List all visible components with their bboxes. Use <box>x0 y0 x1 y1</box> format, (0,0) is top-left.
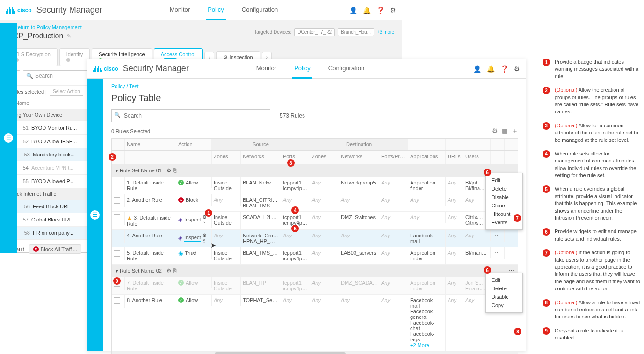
nav-policy[interactable]: Policy <box>206 0 226 20</box>
device-chip[interactable]: Branch_Hou... <box>338 28 374 36</box>
tab-identity[interactable]: Identity <box>59 48 90 66</box>
menu-item[interactable]: Edit <box>486 176 522 184</box>
callout-8: 8 <box>514 328 521 335</box>
nav-monitor[interactable]: Monitor <box>168 0 192 20</box>
user-icon[interactable]: 👤 <box>349 7 357 14</box>
breadcrumb[interactable]: Policy / Test <box>104 79 526 91</box>
table-row[interactable]: 2. Another Rule ✕ Block Any BLAN_CITRIXE… <box>112 194 518 212</box>
annotations: 1Provide a badge that indicates warning … <box>543 59 641 348</box>
annotation-text: (Optional) If the action is going to tak… <box>555 249 641 292</box>
table-row[interactable]: 1. Default inside Rule ✓ Allow InsideOut… <box>112 177 518 194</box>
callout-9: 9 <box>113 277 121 285</box>
nav-monitor[interactable]: Monitor <box>254 59 278 79</box>
checkbox[interactable] <box>114 180 120 186</box>
annotation-text: (Optional) Allow for a common attribute … <box>555 122 641 144</box>
header: cisco Security Manager Monitor Policy Co… <box>0 0 402 20</box>
callout-6: 6 <box>484 169 491 176</box>
help-icon[interactable]: ❓ <box>500 65 508 73</box>
header: cisco Security Manager Monitor Policy Co… <box>87 59 526 79</box>
th-action: Action <box>176 139 212 150</box>
checkbox[interactable] <box>114 250 120 257</box>
annotation-text: (Optional) Allow a rule to have a fixed … <box>555 299 641 321</box>
table-row[interactable]: 5. Default inside Rule ◉ Trust InsideOut… <box>112 247 518 265</box>
gear-icon[interactable]: ⚙ <box>390 7 396 14</box>
more-icon[interactable]: ⋯ <box>491 247 505 259</box>
selected-count: 0 Rules Selected <box>111 128 150 134</box>
th-destination: Destination <box>310 139 408 150</box>
annotation-text: (Optional) Allow the creation of groups … <box>555 87 641 116</box>
th-source: Source <box>212 139 310 150</box>
callout-3: 3 <box>287 159 295 167</box>
checkbox[interactable] <box>114 197 120 204</box>
select-action[interactable]: Select Action <box>50 88 83 96</box>
sidebar-tab-front: ☰ <box>87 79 103 351</box>
table-row[interactable]: 7. Default inside Rule ✓ Allow InsideOut… <box>112 277 518 295</box>
nav: Monitor Policy Configuration <box>168 0 280 20</box>
callout-2: 2 <box>109 153 116 161</box>
gear-icon[interactable]: ⚙ <box>514 65 520 73</box>
cisco-logo: cisco <box>6 7 32 14</box>
targeted-label: Targeted Devices: <box>254 30 291 35</box>
callout-4: 4 <box>291 206 299 214</box>
sidebar-tab-back: ☰ <box>0 23 17 253</box>
app-title: Security Manager <box>123 64 189 74</box>
hamburger-icon[interactable]: ☰ <box>4 133 13 143</box>
search-input[interactable] <box>111 109 270 122</box>
menu-item[interactable]: Copy <box>486 301 522 310</box>
front-panel: cisco Security Manager Monitor Policy Co… <box>87 59 526 351</box>
cursor-icon: ➤ <box>210 242 216 249</box>
app-title: Security Manager <box>36 5 102 15</box>
menu-item[interactable]: Delete <box>486 284 522 293</box>
checkbox[interactable] <box>114 297 120 304</box>
columns-icon[interactable]: ▥ <box>502 127 508 135</box>
nav-config[interactable]: Configuration <box>240 0 280 20</box>
help-icon[interactable]: ❓ <box>376 7 384 14</box>
ruleset-row[interactable]: ▾ Rule Set Name 01⚙ ⎘⋯ <box>112 164 518 177</box>
table-row[interactable]: ▲ 3. Default inside Rule ◈ Inspect ⚙ ⎘ I… <box>112 212 518 230</box>
annotation-text: Provide widgets to edit and manage rule … <box>555 228 641 243</box>
more-icon[interactable]: ⋯ <box>491 230 505 242</box>
checkbox[interactable] <box>114 214 120 221</box>
bell-icon[interactable]: 🔔 <box>363 7 371 14</box>
checkbox[interactable] <box>114 233 120 239</box>
menu-item[interactable]: Disable <box>486 293 522 301</box>
gear-icon[interactable]: ⚙ <box>492 127 498 135</box>
menu-item[interactable]: Clone <box>486 201 522 210</box>
annotation-text: When rule sets allow for management of c… <box>555 150 641 179</box>
add-icon[interactable]: ＋ <box>512 127 518 135</box>
menu-item[interactable]: Disable <box>486 193 522 201</box>
table-row[interactable]: 8. Another Rule ✓ Allow Any TOPHAT_Serve… <box>112 295 518 351</box>
rules-count: 573 Rules <box>280 112 305 119</box>
menu-item[interactable]: Edit <box>486 276 522 284</box>
annotation-text: When a rule overrides a global attribute… <box>555 185 641 221</box>
subheader: ↶ Return to Policy Management ACP_Produc… <box>0 20 402 44</box>
device-chip[interactable]: DCenter_F7_R2 <box>294 28 335 36</box>
callout-5: 5 <box>291 225 299 232</box>
table-row[interactable]: 4. Another Rule ◈ Inspect ⚙ ⎘ Any Networ… <box>112 230 518 247</box>
block-all-chip[interactable]: ✕Block All Traffi... <box>29 244 81 254</box>
edit-icon[interactable]: ✎ <box>67 33 71 39</box>
callout-1: 1 <box>205 209 212 217</box>
more-link[interactable]: +2 More <box>410 342 429 348</box>
nav-config[interactable]: Configuration <box>326 59 366 79</box>
row-menu: EditDeleteDisableCopy <box>485 273 523 313</box>
annotation-text: Grey-out a rule to indicate it is disabl… <box>555 327 641 342</box>
nav-policy[interactable]: Policy <box>292 59 312 79</box>
annotation-text: Provide a badge that indicates warning m… <box>555 59 641 80</box>
more-devices[interactable]: +3 more <box>377 30 394 35</box>
scrollbar[interactable] <box>112 352 518 354</box>
cisco-logo: cisco <box>93 66 118 72</box>
return-link[interactable]: ↶ Return to Policy Management <box>8 24 82 30</box>
callout-6: 6 <box>484 266 491 274</box>
menu-item[interactable]: Delete <box>486 184 522 193</box>
page-title: Policy Table <box>104 91 526 109</box>
th-name: Name <box>125 139 176 150</box>
user-icon[interactable]: 👤 <box>473 65 481 73</box>
callout-7: 7 <box>514 214 521 222</box>
ruleset-row[interactable]: ▾ Rule Set Name 02⚙ ⎘⋯ <box>112 265 518 277</box>
hamburger-icon[interactable]: ☰ <box>90 210 100 220</box>
warning-icon: ▲ <box>127 214 132 221</box>
bell-icon[interactable]: 🔔 <box>487 65 495 73</box>
